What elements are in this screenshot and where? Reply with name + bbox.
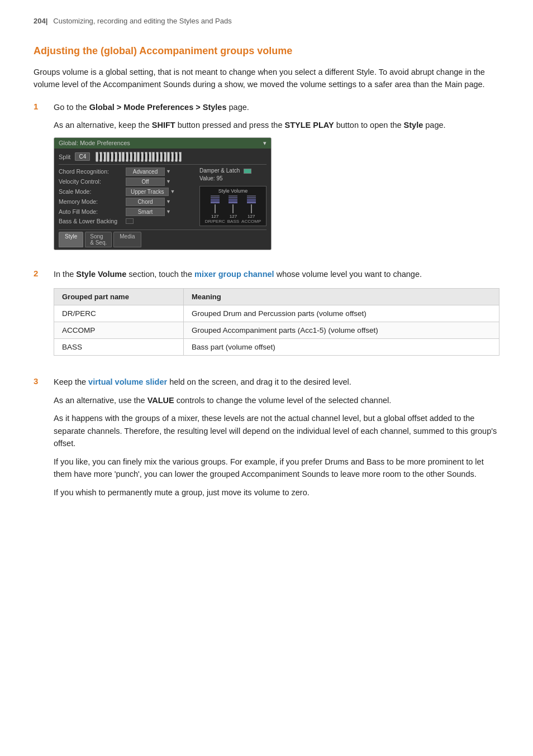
- step-1-line-1: Go to the Global > Mode Preferences > St…: [54, 101, 499, 113]
- ds-label-memory: Memory Mode:: [59, 198, 126, 205]
- ds-row-chord-recog: Chord Recognition: Advanced ▼: [59, 168, 195, 176]
- sv-bass-group: 127 BASS: [227, 195, 239, 224]
- ds-arrow-memory: ▼: [166, 199, 171, 204]
- sv-drperc-value: 127: [211, 214, 218, 219]
- device-panel: Global: Mode Preferences ▾ Split C4: [54, 137, 272, 250]
- mini-keyboard: [96, 152, 266, 162]
- sv-drperc-group: 127 DR/PERC: [205, 195, 225, 224]
- table-row: BASS Bass part (volume offset): [54, 339, 499, 356]
- ds-damper: Damper & Latch: [199, 168, 266, 174]
- ds-value-autofill: Smart: [126, 208, 165, 216]
- step-1-shift: SHIFT: [152, 121, 175, 130]
- step-2-num: 2: [34, 268, 44, 366]
- sv-accomp-label: ACCOMP: [241, 219, 261, 224]
- sv-bass-value: 127: [230, 214, 237, 219]
- step-3-line-1: Keep the virtual volume slider held on t…: [54, 376, 499, 388]
- split-label: Split: [59, 154, 70, 160]
- device-left-settings: Chord Recognition: Advanced ▼ Velocity C…: [59, 168, 195, 226]
- ds-arrow-chord-recog: ▼: [166, 169, 171, 174]
- device-split-row: Split C4: [59, 152, 266, 162]
- sv-bass-label: BASS: [227, 219, 239, 224]
- tab-song-seq[interactable]: Song& Seq.: [85, 232, 112, 247]
- ds-row-autofill: Auto Fill Mode: Smart ▼: [59, 208, 195, 216]
- device-settings-row: Chord Recognition: Advanced ▼ Velocity C…: [59, 168, 266, 226]
- step-1-num: 1: [34, 101, 44, 258]
- step-2: 2 In the Style Volume section, touch the…: [34, 268, 499, 366]
- bass-lower-toggle[interactable]: [126, 218, 134, 224]
- ds-value-chord-recog: Advanced: [126, 168, 165, 176]
- table-row: DR/PERC Grouped Drum and Percussion part…: [54, 305, 499, 322]
- sv-drperc-label: DR/PERC: [205, 219, 225, 224]
- table-cell-accomp-meaning: Grouped Accompaniment parts (Acc1-5) (vo…: [184, 322, 499, 339]
- step-3-num: 3: [34, 376, 44, 504]
- device-body: Split C4: [54, 149, 271, 250]
- device-arrow: ▾: [263, 140, 266, 147]
- ds-arrow-autofill: ▼: [166, 209, 171, 214]
- step-1-styleplay: STYLE PLAY: [285, 121, 334, 130]
- step-1-line-2: As an alternative, keep the SHIFT button…: [54, 119, 499, 131]
- ds-damper-label: Damper & Latch: [199, 168, 240, 174]
- ds-row-bass-lower: Bass & Lower Backing: [59, 218, 195, 224]
- step-1-bold-1: Global > Mode Preferences > Styles: [89, 103, 227, 112]
- device-right-settings: Damper & Latch Value: 95 Style Volume: [199, 168, 266, 226]
- ds-value-scale: Upper Tracks: [126, 188, 169, 196]
- tab-style[interactable]: Style: [59, 232, 83, 247]
- table-cell-drperc-meaning: Grouped Drum and Percussion parts (volum…: [184, 305, 499, 322]
- ds-value-label: Value: 95: [199, 175, 266, 181]
- ds-value-memory: Chord: [126, 198, 165, 206]
- style-volume-widget: Style Volume: [199, 186, 266, 226]
- page-number: 204|: [34, 17, 47, 25]
- sv-bass-lines: [229, 195, 237, 203]
- ds-label-autofill: Auto Fill Mode:: [59, 208, 126, 215]
- step-3-vvs: virtual volume slider: [88, 377, 167, 386]
- ds-arrow-velocity: ▼: [166, 179, 171, 184]
- table-cell-bass-meaning: Bass part (volume offset): [184, 339, 499, 356]
- ds-label-velocity: Velocity Control:: [59, 178, 126, 185]
- step-3-line-4: If you like, you can finely mix the vari…: [54, 456, 499, 481]
- device-title: Global: Mode Preferences: [59, 140, 130, 146]
- ds-damper-toggle[interactable]: [244, 169, 251, 174]
- grouped-parts-table: Grouped part name Meaning DR/PERC Groupe…: [54, 288, 499, 356]
- step-1-content: Go to the Global > Mode Preferences > St…: [54, 101, 499, 258]
- sv-bars-container: 127 DR/PERC: [202, 195, 264, 224]
- ds-value-velocity: Off: [126, 178, 165, 186]
- step-3-value: VALUE: [147, 396, 174, 405]
- step-2-content: In the Style Volume section, touch the m…: [54, 268, 499, 366]
- ds-row-velocity: Velocity Control: Off ▼: [59, 178, 195, 186]
- table-header-name: Grouped part name: [54, 289, 184, 305]
- table-cell-bass-name: BASS: [54, 339, 184, 356]
- ds-label-scale: Scale Mode:: [59, 188, 126, 195]
- step-1: 1 Go to the Global > Mode Preferences > …: [34, 101, 499, 258]
- sv-accomp-group: 127 ACCOMP: [241, 195, 261, 224]
- step-3-line-3: As it happens with the groups of a mixer…: [54, 412, 499, 449]
- step-3-line-2: As an alternative, use the VALUE control…: [54, 394, 499, 406]
- step-2-mixer: mixer group channel: [194, 270, 274, 279]
- ds-arrow-scale: ▼: [170, 189, 175, 194]
- step-2-style-volume: Style Volume: [76, 270, 126, 279]
- sv-accomp-value: 127: [248, 214, 255, 219]
- device-tabs: Style Song& Seq. Media: [59, 229, 266, 247]
- step-1-style: Style: [404, 121, 423, 130]
- intro-paragraph: Groups volume is a global setting, that …: [34, 66, 499, 91]
- sv-title: Style Volume: [202, 188, 264, 194]
- table-header-meaning: Meaning: [184, 289, 499, 305]
- tab-media[interactable]: Media: [113, 232, 141, 247]
- sv-drperc-lines: [211, 195, 220, 203]
- step-3-line-5: If you whish to permanently mute a group…: [54, 486, 499, 499]
- step-3-content: Keep the virtual volume slider held on t…: [54, 376, 499, 504]
- ds-label-chord-recog: Chord Recognition:: [59, 168, 126, 175]
- sv-accomp-lines: [247, 195, 256, 203]
- ds-row-scale: Scale Mode: Upper Tracks ▼: [59, 188, 195, 196]
- table-cell-accomp-name: ACCOMP: [54, 322, 184, 339]
- step-2-text: In the Style Volume section, touch the m…: [54, 268, 499, 280]
- table-cell-drperc-name: DR/PERC: [54, 305, 184, 322]
- page-header: 204| Customizing, recording and editing …: [34, 17, 499, 30]
- section-title: Adjusting the (global) Accompaniment gro…: [34, 45, 499, 57]
- device-titlebar: Global: Mode Preferences ▾: [54, 138, 271, 149]
- page-subtitle: Customizing, recording and editing the S…: [53, 17, 231, 25]
- split-value: C4: [75, 152, 90, 161]
- step-3: 3 Keep the virtual volume slider held on…: [34, 376, 499, 504]
- table-row: ACCOMP Grouped Accompaniment parts (Acc1…: [54, 322, 499, 339]
- ds-label-bass-lower: Bass & Lower Backing: [59, 218, 126, 224]
- ds-row-memory: Memory Mode: Chord ▼: [59, 198, 195, 206]
